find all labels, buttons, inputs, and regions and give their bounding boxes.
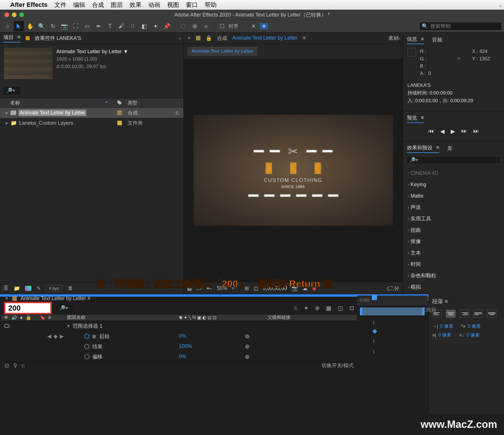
col-type-header[interactable]: 类型 — [125, 100, 183, 106]
menu-composition[interactable]: 合成 — [92, 1, 104, 9]
preset-category[interactable]: Matte — [403, 190, 504, 202]
col-name-header[interactable]: 名称 — [0, 100, 114, 106]
hand-tool[interactable]: ✋ — [25, 21, 35, 31]
adjust-icon[interactable]: ✎ — [36, 285, 41, 292]
home-button[interactable]: ⌂ — [2, 21, 13, 31]
audio-col-icon[interactable]: 🔊 — [11, 315, 17, 320]
timeline-search-input[interactable]: 🔎▾ — [56, 304, 73, 312]
preset-category[interactable]: Keying — [403, 179, 504, 190]
quality-dropdown[interactable]: (二分 — [387, 285, 399, 292]
clone-tool[interactable]: ⎍ — [128, 21, 138, 31]
brainstorm-icon[interactable]: ⊡ — [349, 305, 354, 311]
puppet-tool[interactable]: 📌 — [162, 21, 172, 31]
preset-category[interactable]: 实用工具 — [403, 213, 504, 224]
prop-value[interactable]: 0% — [179, 354, 241, 360]
minimize-window-button[interactable] — [12, 13, 17, 17]
project-search-input[interactable]: 🔎▾ — [3, 87, 21, 95]
preset-category[interactable]: 声道 — [403, 202, 504, 213]
preset-search-input[interactable]: 🔎▾ — [406, 156, 501, 164]
pen-tool[interactable]: ✒ — [93, 21, 104, 31]
preset-category[interactable]: CINEMA 4D — [403, 167, 504, 179]
close-tab-icon[interactable]: × — [188, 35, 191, 41]
tag-icon[interactable] — [117, 121, 122, 125]
roto-tool[interactable]: ✦ — [150, 21, 161, 31]
workspace-icon[interactable]: ⚙ — [260, 23, 268, 29]
graph-editor-icon[interactable]: ▦ — [326, 305, 331, 311]
maximize-window-button[interactable] — [19, 13, 24, 17]
lock-col-icon[interactable]: 🔒 — [26, 315, 31, 320]
type-tool[interactable]: T — [105, 21, 115, 31]
tl-icon[interactable]: ⊡ — [5, 362, 9, 369]
bpc-button[interactable]: 8 bpc — [46, 285, 63, 292]
timeline-prop-start[interactable]: ◀◆▶ ⊵起始 0% ⊚ — [1, 331, 357, 341]
axis-view-icon[interactable]: ◈ — [201, 21, 211, 31]
stopwatch-icon[interactable] — [84, 354, 89, 359]
new-folder-icon[interactable]: 📁 — [14, 285, 20, 292]
menu-file[interactable]: 文件 — [54, 1, 66, 9]
menu-help[interactable]: 帮助 — [205, 1, 217, 9]
preset-category[interactable]: 抠像 — [403, 236, 504, 247]
comp-tab-label[interactable]: 合成 — [217, 35, 227, 42]
work-area-bar[interactable] — [360, 307, 425, 315]
flowchart-chip[interactable]: Animate Text Letter by Letter — [188, 47, 257, 56]
layer-name-header[interactable]: 图层名称 — [67, 315, 175, 321]
panel-chevron-icon[interactable]: » — [179, 36, 181, 41]
zoom-tool[interactable]: 🔍 — [36, 21, 47, 31]
parent-header[interactable]: 父级和链接 — [262, 315, 354, 321]
graph-icon[interactable]: ⊵ — [92, 333, 97, 339]
current-time-input[interactable] — [4, 302, 52, 314]
pickwhip-icon[interactable]: ⊚ — [245, 343, 262, 350]
col-tag-header[interactable] — [114, 100, 125, 106]
flowchart-icon[interactable]: ⎌ — [176, 110, 179, 116]
timeline-row-selector[interactable]: ▾范围选择器 1 — [1, 321, 357, 331]
axis-world-icon[interactable]: ⬢ — [189, 21, 200, 31]
audio-tab[interactable]: 音频 — [432, 36, 442, 43]
first-frame-button[interactable]: ⏮ — [428, 128, 434, 135]
preset-category[interactable]: 杂色和颗粒 — [403, 270, 504, 281]
tag-icon[interactable] — [117, 110, 122, 115]
info-tab[interactable]: 信息 ≡ — [407, 36, 424, 44]
timeline-prop-end[interactable]: 结束 100% ⊚ — [1, 341, 357, 352]
play-button[interactable]: ▶ — [451, 128, 455, 135]
menu-animation[interactable]: 动画 — [148, 1, 160, 9]
tl-icon[interactable]: ⎌ — [22, 363, 25, 369]
menu-effect[interactable]: 效果 — [130, 1, 142, 9]
shy-icon[interactable]: ⎌ — [294, 305, 298, 311]
new-comp-icon[interactable] — [25, 286, 31, 291]
stopwatch-icon[interactable] — [84, 344, 89, 349]
comp-name-label[interactable]: Animate Text Letter by Letter ▼ — [56, 48, 128, 56]
preset-category[interactable]: 模拟 — [403, 281, 504, 293]
comp-tab-name[interactable]: Animate Text Letter by Letter — [232, 35, 298, 41]
last-frame-button[interactable]: ⏭ — [473, 128, 479, 135]
rectangle-tool[interactable]: ▭ — [82, 21, 92, 31]
interpret-footage-icon[interactable]: 🗄 — [3, 285, 9, 291]
menu-layer[interactable]: 图层 — [111, 1, 123, 9]
preset-category[interactable]: 扭曲 — [403, 224, 504, 236]
timeline-prop-offset[interactable]: 偏移 0% ⊚ — [1, 352, 357, 362]
lock-icon[interactable]: 🔒 — [206, 35, 212, 41]
frame-blend-icon[interactable]: ✦ — [304, 305, 309, 311]
prev-frame-button[interactable]: ◀ — [440, 128, 444, 135]
solo-col-icon[interactable]: ● — [20, 315, 23, 320]
app-name[interactable]: After Effects — [10, 1, 48, 9]
default-fill-icon[interactable]: ✕ — [248, 21, 259, 31]
close-window-button[interactable] — [5, 13, 9, 17]
video-col-icon[interactable]: 👁 — [4, 315, 9, 320]
camera-tool[interactable]: 📷 — [59, 21, 69, 31]
project-tab[interactable]: 项目 ≡ — [3, 34, 21, 42]
motion-blur-icon[interactable]: ⊕ — [315, 305, 320, 311]
stopwatch-icon[interactable] — [84, 334, 89, 339]
panel-chevron-icon[interactable]: » — [398, 36, 400, 41]
close-timeline-tab[interactable]: × — [5, 296, 8, 301]
composition-viewer[interactable]: ✂ CUSTOM CLOTHING SINCE 1965 — [184, 59, 403, 282]
pickwhip-icon[interactable]: ⊚ — [245, 333, 262, 340]
preset-category[interactable]: 文本 — [403, 247, 504, 258]
brush-tool[interactable]: 🖌 — [116, 21, 126, 31]
eye-icon[interactable] — [4, 324, 10, 328]
tl-icon[interactable]: ⚲ — [13, 362, 17, 369]
menu-view[interactable]: 视图 — [167, 1, 179, 9]
menu-edit[interactable]: 编辑 — [73, 1, 85, 9]
snap-checkbox[interactable]: ☐ — [217, 21, 227, 31]
selection-tool[interactable] — [14, 21, 24, 31]
effect-controls-tab[interactable]: 效果控件 LANEKA'S — [35, 35, 81, 42]
